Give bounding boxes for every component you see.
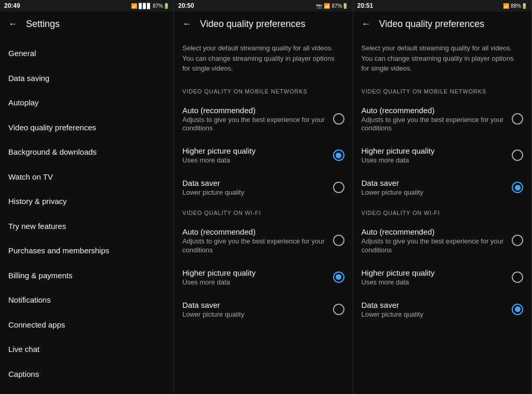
time-3: 20:51	[357, 2, 374, 9]
higher-mobile-subtitle-2: Uses more data	[182, 156, 327, 165]
saver-mobile-option-3[interactable]: Data saver Lower picture quality	[362, 171, 524, 203]
wifi-icon: 📶	[131, 3, 137, 9]
vq-description-2: Select your default streaming quality fo…	[182, 37, 344, 82]
status-bar-3: 20:51 📶 88%🔋	[353, 0, 532, 11]
vq-description-3: Select your default streaming quality fo…	[362, 37, 524, 82]
saver-wifi-option-2[interactable]: Data saver Lower picture quality	[182, 293, 344, 325]
auto-mobile-subtitle-2: Adjusts to give you the best experience …	[182, 116, 327, 133]
status-bar-2: 20:50 📷 📶 87%🔋	[174, 0, 353, 11]
saver-wifi-text-2: Data saver Lower picture quality	[182, 300, 327, 319]
higher-wifi-radio-2[interactable]	[333, 271, 344, 283]
status-bar-1: 20:49 📶 ▊▊▊ 87%🔋	[0, 0, 174, 11]
back-button-3[interactable]: ←	[362, 19, 371, 30]
higher-mobile-text-2: Higher picture quality Uses more data	[182, 145, 327, 165]
status-icons-2: 📷 📶 87%🔋	[316, 3, 348, 9]
camera-icon-2: 📷	[316, 3, 322, 9]
auto-mobile-radio-2[interactable]	[333, 113, 344, 125]
sidebar-item-video-quality[interactable]: Video quality preferences	[0, 115, 174, 140]
saver-mobile-title-2: Data saver	[182, 178, 327, 188]
settings-list: General Data saving Autoplay Video quali…	[0, 37, 174, 394]
auto-wifi-text-2: Auto (recommended) Adjusts to give you t…	[182, 226, 327, 255]
saver-mobile-option-2[interactable]: Data saver Lower picture quality	[182, 171, 344, 203]
saver-wifi-subtitle-2: Lower picture quality	[182, 310, 327, 319]
auto-mobile-option-2[interactable]: Auto (recommended) Adjusts to give you t…	[182, 99, 344, 140]
wifi-section-header-2: VIDEO QUALITY ON WI-FI	[182, 203, 344, 220]
settings-panel: 20:49 📶 ▊▊▊ 87%🔋 ← Settings General Data…	[0, 0, 174, 394]
saver-mobile-title-3: Data saver	[362, 178, 506, 188]
status-icons-3: 📶 88%🔋	[503, 3, 527, 9]
sidebar-item-watch-tv[interactable]: Watch on TV	[0, 165, 174, 189]
sidebar-item-history[interactable]: History & privacy	[0, 189, 174, 214]
vq-header-3: ← Video quality preferences	[353, 11, 532, 37]
auto-wifi-radio-3[interactable]	[512, 235, 523, 246]
saver-wifi-radio-2[interactable]	[333, 304, 344, 315]
higher-mobile-title-3: Higher picture quality	[362, 145, 506, 156]
saver-mobile-radio-2[interactable]	[333, 182, 344, 193]
sidebar-item-notifications[interactable]: Notifications	[0, 288, 174, 313]
auto-mobile-option-3[interactable]: Auto (recommended) Adjusts to give you t…	[362, 99, 524, 140]
saver-mobile-radio-3[interactable]	[512, 182, 523, 193]
sidebar-item-billing[interactable]: Billing & payments	[0, 263, 174, 288]
saver-wifi-radio-3[interactable]	[512, 304, 523, 315]
auto-wifi-option-3[interactable]: Auto (recommended) Adjusts to give you t…	[362, 220, 524, 261]
sidebar-item-live-chat[interactable]: Live chat	[0, 337, 174, 362]
sidebar-item-try-features[interactable]: Try new features	[0, 214, 174, 239]
auto-wifi-subtitle-2: Adjusts to give you the best experience …	[182, 237, 327, 255]
battery-icon: 87%🔋	[153, 3, 169, 9]
battery-3: 88%🔋	[511, 3, 527, 9]
auto-mobile-radio-3[interactable]	[512, 113, 523, 125]
auto-mobile-text-2: Auto (recommended) Adjusts to give you t…	[182, 105, 327, 133]
saver-wifi-text-3: Data saver Lower picture quality	[362, 300, 506, 319]
time-2: 20:50	[178, 2, 194, 9]
saver-wifi-option-3[interactable]: Data saver Lower picture quality	[362, 293, 524, 325]
saver-wifi-title-2: Data saver	[182, 300, 327, 310]
higher-mobile-option-3[interactable]: Higher picture quality Uses more data	[362, 139, 524, 171]
back-button[interactable]: ←	[8, 19, 18, 30]
higher-wifi-option-3[interactable]: Higher picture quality Uses more data	[362, 261, 524, 293]
sidebar-item-data-saving[interactable]: Data saving	[0, 66, 174, 91]
auto-wifi-option-2[interactable]: Auto (recommended) Adjusts to give you t…	[182, 220, 344, 261]
higher-mobile-text-3: Higher picture quality Uses more data	[362, 145, 506, 165]
back-button-2[interactable]: ←	[182, 19, 192, 30]
wifi-section-header-3: VIDEO QUALITY ON WI-FI	[362, 203, 524, 220]
vq-content-2: Select your default streaming quality fo…	[174, 37, 353, 394]
higher-mobile-radio-3[interactable]	[512, 150, 523, 161]
saver-mobile-subtitle-3: Lower picture quality	[362, 188, 506, 197]
sidebar-item-general[interactable]: General	[0, 41, 174, 66]
auto-mobile-text-3: Auto (recommended) Adjusts to give you t…	[362, 105, 506, 133]
higher-wifi-text-3: Higher picture quality Uses more data	[362, 267, 506, 287]
sidebar-item-background[interactable]: Background & downloads	[0, 140, 174, 165]
sidebar-item-autoplay[interactable]: Autoplay	[0, 90, 174, 115]
auto-wifi-subtitle-3: Adjusts to give you the best experience …	[362, 237, 506, 255]
auto-wifi-text-3: Auto (recommended) Adjusts to give you t…	[362, 226, 506, 255]
higher-wifi-subtitle-2: Uses more data	[182, 278, 327, 287]
higher-mobile-option-2[interactable]: Higher picture quality Uses more data	[182, 139, 344, 171]
time-1: 20:49	[4, 2, 20, 9]
sidebar-item-connected-apps[interactable]: Connected apps	[0, 313, 174, 337]
auto-wifi-title-2: Auto (recommended)	[182, 226, 327, 237]
sidebar-item-captions[interactable]: Captions	[0, 362, 174, 387]
auto-wifi-radio-2[interactable]	[333, 235, 344, 246]
wifi-icon-2: 📶	[324, 3, 330, 9]
vq-title-2: Video quality preferences	[200, 19, 305, 30]
mobile-section-header-3: VIDEO QUALITY ON MOBILE NETWORKS	[362, 82, 524, 99]
video-quality-panel-3: 20:51 📶 88%🔋 ← Video quality preferences…	[353, 0, 533, 394]
higher-wifi-option-2[interactable]: Higher picture quality Uses more data	[182, 261, 344, 293]
higher-wifi-title-2: Higher picture quality	[182, 267, 327, 278]
higher-mobile-subtitle-3: Uses more data	[362, 156, 506, 165]
wifi-icon-3: 📶	[503, 3, 509, 9]
settings-header: ← Settings	[0, 11, 174, 37]
sidebar-item-accessibility[interactable]: Accessibility	[0, 386, 174, 394]
saver-mobile-text-2: Data saver Lower picture quality	[182, 178, 327, 197]
status-icons-1: 📶 ▊▊▊ 87%🔋	[131, 3, 169, 9]
sidebar-item-purchases[interactable]: Purchases and memberships	[0, 238, 174, 263]
higher-mobile-radio-2[interactable]	[333, 150, 344, 161]
vq-header-2: ← Video quality preferences	[174, 11, 353, 37]
settings-title: Settings	[26, 19, 60, 30]
signal-icon: ▊▊▊	[139, 3, 151, 9]
higher-wifi-subtitle-3: Uses more data	[362, 278, 506, 287]
vq-content-3: Select your default streaming quality fo…	[353, 37, 532, 394]
higher-wifi-radio-3[interactable]	[512, 271, 523, 283]
vq-title-3: Video quality preferences	[379, 19, 485, 30]
mobile-section-header-2: VIDEO QUALITY ON MOBILE NETWORKS	[182, 82, 344, 99]
